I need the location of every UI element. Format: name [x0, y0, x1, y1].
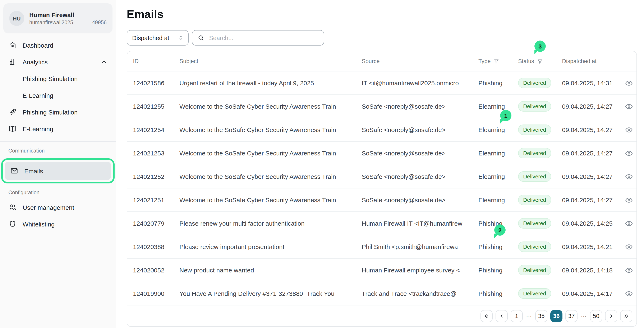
sidebar-item-analytics-phishing-simulation[interactable]: Phishing Simulation: [0, 70, 116, 87]
last-page-button[interactable]: [620, 310, 632, 322]
cell-id: 124021254: [133, 126, 180, 133]
cell-id: 124021252: [133, 173, 180, 180]
table-row: 124021251 Welcome to the SoSafe Cyber Se…: [127, 188, 636, 211]
sidebar-item-analytics[interactable]: Analytics: [0, 53, 116, 70]
status-badge: Delivered: [518, 171, 551, 182]
table-row: 124021254 Welcome to the SoSafe Cyber Se…: [127, 118, 636, 141]
sidebar-item-whitelisting[interactable]: Whitelisting: [0, 216, 116, 232]
page-button-37[interactable]: 37: [566, 310, 578, 322]
previous-page-button[interactable]: [496, 310, 508, 322]
sidebar-item-label: Phishing Simulation: [22, 75, 78, 82]
sidebar-item-emails[interactable]: Emails: [4, 162, 111, 180]
pagination-ellipsis: ⋯: [580, 313, 587, 319]
select-value: Dispatched at: [132, 34, 175, 41]
view-email-button[interactable]: [625, 79, 633, 87]
cell-id: 124021586: [133, 79, 180, 86]
search-input[interactable]: [208, 34, 319, 41]
cell-dispatched-at: 09.04.2025, 14:18: [562, 267, 625, 274]
cell-source: Phil Smith <p.smith@humanfirewa: [362, 243, 478, 250]
cell-source: SoSafe <noreply@sosafe.de>: [362, 173, 478, 180]
section-configuration: Configuration: [0, 186, 116, 199]
annotation-badge-2: 2: [494, 224, 506, 236]
column-header-source: Source: [362, 58, 380, 64]
cell-dispatched-at: 09.04.2025, 14:27: [562, 126, 625, 133]
section-communication: Communication: [0, 144, 116, 157]
cell-type: Phishing: [478, 290, 518, 297]
cell-subject: Please review important presentation!: [180, 243, 362, 250]
chevrons-left-icon: [484, 313, 489, 319]
sidebar-item-phishing-simulation[interactable]: Phishing Simulation: [0, 104, 116, 120]
account-card[interactable]: HU Human Firewall humanfirewall2025.... …: [3, 3, 112, 33]
table-row: 124019900 You Have A Pending Delivery #3…: [127, 282, 636, 305]
view-email-button[interactable]: [625, 243, 633, 251]
eye-icon: [625, 266, 633, 274]
view-email-button[interactable]: [625, 266, 633, 274]
sidebar-item-e-learning[interactable]: E-Learning: [0, 120, 116, 137]
status-badge: Delivered: [518, 195, 551, 205]
page-button-35[interactable]: 35: [535, 310, 548, 322]
sidebar-item-label: Dashboard: [22, 41, 53, 49]
cell-id: 124019900: [133, 290, 180, 297]
sidebar-item-label: Analytics: [22, 58, 95, 65]
home-icon: [8, 41, 17, 49]
cell-source: SoSafe <noreply@sosafe.de>: [362, 150, 478, 157]
column-header-id: ID: [133, 58, 139, 64]
cell-subject: Welcome to the SoSafe Cyber Security Awa…: [180, 150, 362, 157]
sidebar-item-label: Whitelisting: [22, 220, 54, 228]
cell-type: Elearning: [478, 150, 518, 157]
filter-icon[interactable]: [537, 58, 543, 64]
chevron-left-icon: [499, 313, 504, 319]
users-icon: [8, 203, 17, 211]
chevron-right-icon: [608, 313, 614, 319]
mail-icon: [10, 167, 18, 175]
cell-subject: Welcome to the SoSafe Cyber Security Awa…: [180, 196, 362, 204]
cell-type: Phishing: [478, 243, 518, 250]
chevrons-right-icon: [624, 313, 629, 319]
column-header-status: Status: [518, 58, 534, 64]
status-badge: Delivered: [518, 288, 551, 299]
cell-type: Phishing: [478, 267, 518, 274]
table-row: 124021253 Welcome to the SoSafe Cyber Se…: [127, 141, 636, 165]
toolbar: Dispatched at: [127, 30, 644, 45]
view-email-button[interactable]: [625, 172, 633, 181]
chevron-up-icon[interactable]: [101, 58, 108, 65]
page-button-1[interactable]: 1: [510, 310, 523, 322]
sidebar-item-label: E-Learning: [22, 125, 53, 132]
page-button-36-current[interactable]: 36: [550, 310, 562, 322]
cell-source: IT <it@humanfirewall2025.onmicro: [362, 79, 478, 86]
cell-source: SoSafe <noreply@sosafe.de>: [362, 126, 478, 133]
cell-type: Elearning: [478, 103, 518, 110]
emails-table: ID Subject Source Type Status Dispatched…: [127, 51, 637, 327]
view-email-button[interactable]: [625, 219, 633, 228]
annotation-badge-1: 1: [500, 110, 512, 121]
view-email-button[interactable]: [625, 289, 633, 298]
eye-icon: [625, 172, 633, 181]
sidebar-item-dashboard[interactable]: Dashboard: [0, 37, 116, 53]
page-button-50[interactable]: 50: [590, 310, 602, 322]
status-badge: Delivered: [518, 101, 551, 112]
sidebar-item-analytics-e-learning[interactable]: E-Learning: [0, 87, 116, 104]
shield-icon: [8, 220, 17, 228]
cell-subject: Welcome to the SoSafe Cyber Security Awa…: [180, 173, 362, 180]
status-badge: Delivered: [518, 148, 551, 158]
view-email-button[interactable]: [625, 196, 633, 204]
cell-dispatched-at: 09.04.2025, 14:27: [562, 103, 625, 110]
search-icon: [198, 34, 204, 41]
sidebar-item-user-management[interactable]: User management: [0, 199, 116, 216]
eye-icon: [625, 149, 633, 157]
view-email-button[interactable]: [625, 149, 633, 157]
eye-icon: [625, 243, 633, 251]
view-email-button[interactable]: [625, 126, 633, 134]
annotation-box-emails: Emails: [1, 158, 114, 183]
filter-icon[interactable]: [494, 58, 500, 64]
app-window: HU Human Firewall humanfirewall2025.... …: [0, 0, 644, 328]
cell-id: 124021251: [133, 196, 180, 204]
first-page-button[interactable]: [480, 310, 492, 322]
cell-dispatched-at: 09.04.2025, 14:31: [562, 79, 625, 86]
dispatched-at-select[interactable]: Dispatched at: [127, 30, 188, 45]
view-email-button[interactable]: [625, 102, 633, 110]
cell-dispatched-at: 09.04.2025, 14:25: [562, 220, 625, 227]
table-row: 124021255 Welcome to the SoSafe Cyber Se…: [127, 94, 636, 118]
next-page-button[interactable]: [605, 310, 617, 322]
cell-dispatched-at: 09.04.2025, 14:21: [562, 243, 625, 250]
